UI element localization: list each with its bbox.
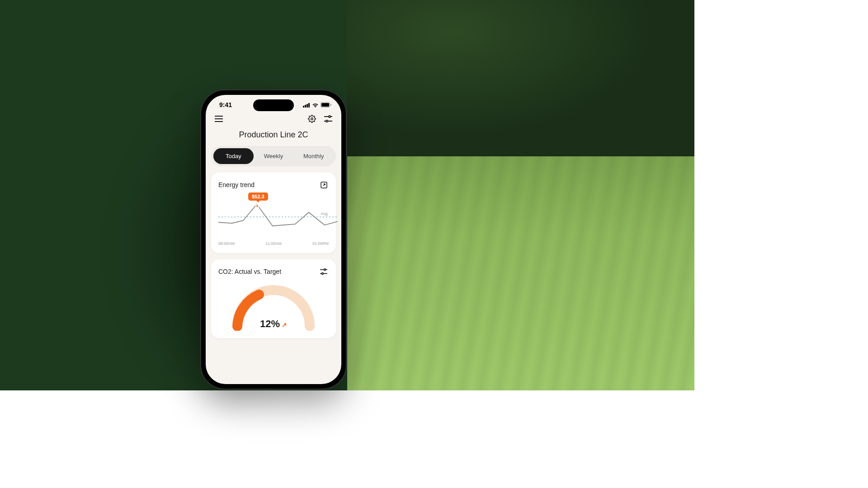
phone-screen: 9:41 <box>206 95 341 384</box>
svg-rect-0 <box>303 106 304 108</box>
menu-icon[interactable] <box>214 114 224 124</box>
axis-label: 01:00PM <box>312 241 329 246</box>
signal-icon <box>303 103 310 108</box>
axis-label: 08:00AM <box>218 241 235 246</box>
status-time: 9:41 <box>219 101 232 108</box>
tab-monthly[interactable]: Monthly <box>293 148 334 164</box>
tab-weekly[interactable]: Weekly <box>254 148 294 164</box>
co2-gauge-chart: 12% ↗ <box>218 281 329 331</box>
gear-icon[interactable] <box>307 114 317 124</box>
gauge-value: 12% <box>260 318 280 330</box>
axis-label: 11:00AM <box>265 241 282 246</box>
energy-card-title: Energy trend <box>218 181 255 188</box>
svg-point-18 <box>324 269 326 271</box>
co2-card-title: CO2: Actual vs. Target <box>218 268 281 275</box>
sliders-icon[interactable] <box>319 267 329 277</box>
svg-rect-6 <box>330 104 331 106</box>
page-title: Production Line 2C <box>206 130 341 140</box>
svg-rect-2 <box>307 104 308 108</box>
svg-point-20 <box>322 273 324 275</box>
sliders-icon[interactable] <box>323 114 333 124</box>
time-range-tabs: Today Weekly Monthly <box>211 146 336 166</box>
dynamic-island <box>253 99 294 111</box>
svg-rect-3 <box>308 103 310 108</box>
tab-today[interactable]: Today <box>213 148 254 164</box>
energy-line-chart: $52.3 Avg. <box>218 194 329 239</box>
expand-icon[interactable] <box>319 180 329 190</box>
avg-label: Avg. <box>321 211 329 216</box>
trend-up-icon: ↗ <box>282 321 287 328</box>
park-family-photo <box>347 0 694 390</box>
x-axis-labels: 08:00AM 11:00AM 01:00PM <box>218 241 329 246</box>
svg-rect-1 <box>305 105 306 108</box>
wifi-icon <box>312 103 319 108</box>
svg-rect-5 <box>321 103 329 107</box>
chart-highlight-dot <box>255 204 259 208</box>
phone-frame: 9:41 <box>201 90 346 389</box>
svg-point-14 <box>326 120 328 122</box>
svg-point-10 <box>311 118 313 120</box>
battery-icon <box>321 102 331 108</box>
chart-tooltip: $52.3 <box>248 192 268 201</box>
svg-point-12 <box>329 116 330 117</box>
co2-card: CO2: Actual vs. Target 12% ↗ <box>211 259 336 338</box>
energy-trend-card: Energy trend $52.3 Avg. <box>211 173 336 253</box>
right-photo-panel <box>347 0 694 390</box>
